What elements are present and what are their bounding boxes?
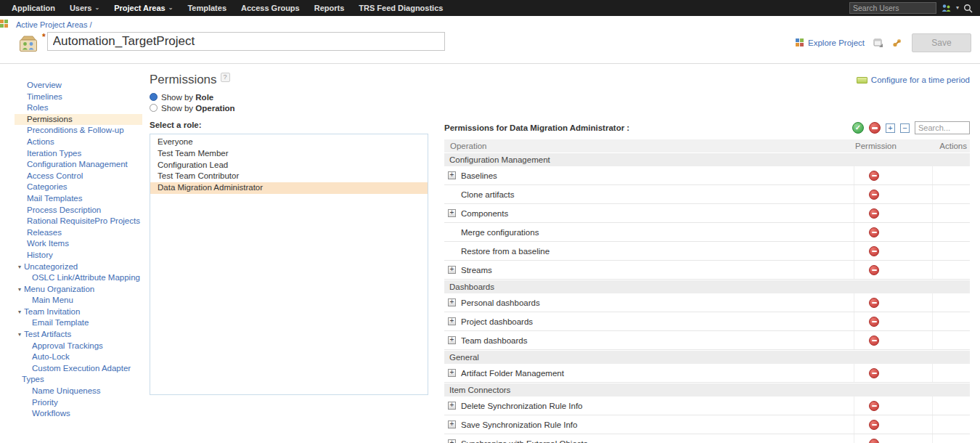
expand-icon[interactable]: + <box>448 317 456 325</box>
radio-show-by-role[interactable]: Show by Role <box>150 92 970 102</box>
sidebar-item-auto-lock[interactable]: Auto-Lock <box>15 351 142 363</box>
expand-icon[interactable]: + <box>448 336 456 344</box>
sidebar-item-rational-requisitepro-projects[interactable]: Rational RequisitePro Projects <box>15 216 142 227</box>
sidebar-item-iteration-types[interactable]: Iteration Types <box>15 148 142 160</box>
save-button[interactable]: Save <box>912 33 971 52</box>
sidebar-section-test-artifacts[interactable]: ▾Test Artifacts <box>15 329 142 341</box>
expand-icon[interactable]: + <box>448 420 456 428</box>
configure-time-period-link[interactable]: Configure for a time period <box>857 73 970 87</box>
breadcrumb-active-project-areas[interactable]: Active Project Areas <box>16 20 87 29</box>
sidebar-item-main-menu[interactable]: Main Menu <box>15 295 142 306</box>
operation-cell: Merge configurations <box>444 228 854 237</box>
sidebar-item-timelines[interactable]: Timelines <box>15 92 142 103</box>
permission-denied-icon[interactable] <box>869 401 879 411</box>
sidebar-section-label: Test Artifacts <box>24 330 71 338</box>
nav-item-templates[interactable]: Templates <box>180 0 234 16</box>
sidebar-item-process-description[interactable]: Process Description <box>15 205 142 216</box>
permission-denied-icon[interactable] <box>869 171 879 181</box>
time-period-icon <box>857 77 867 84</box>
permission-row: +Delete Synchronization Rule Info <box>444 397 970 415</box>
role-item-data-migration-administrator[interactable]: Data Migration Administrator <box>150 182 428 194</box>
role-item-everyone[interactable]: Everyone <box>150 137 428 148</box>
permission-denied-icon[interactable] <box>869 190 879 200</box>
nav-item-access-groups[interactable]: Access Groups <box>234 0 307 16</box>
collapse-all-icon[interactable]: − <box>900 123 910 133</box>
expand-icon[interactable]: + <box>448 209 456 217</box>
actions-cell <box>932 364 970 382</box>
permission-denied-icon[interactable] <box>869 265 879 275</box>
sidebar-item-custom-execution-adapter-types[interactable]: Custom Execution Adapter Types <box>15 363 142 386</box>
expand-icon[interactable]: + <box>448 439 456 443</box>
operation-label: Merge configurations <box>461 228 539 237</box>
role-item-test-team-member[interactable]: Test Team Member <box>150 148 428 160</box>
permission-denied-icon[interactable] <box>869 336 879 346</box>
permission-denied-icon[interactable] <box>869 317 879 327</box>
sidebar-section-label: Menu Organization <box>24 285 94 293</box>
sidebar-item-overview[interactable]: Overview <box>15 80 142 92</box>
open-in-window-icon[interactable] <box>873 38 883 48</box>
permission-denied-icon[interactable] <box>869 439 879 443</box>
sidebar-section-uncategorized[interactable]: ▾Uncategorized <box>15 261 142 273</box>
radio-show-by-operation[interactable]: Show by Operation <box>150 102 970 113</box>
chevron-down-icon[interactable]: ▾ <box>956 4 959 11</box>
expand-icon[interactable]: + <box>448 369 456 377</box>
search-users-input[interactable] <box>849 2 936 14</box>
sidebar-section-menu-organization[interactable]: ▾Menu Organization <box>15 284 142 296</box>
permission-denied-icon[interactable] <box>869 368 879 378</box>
operation-cell: +Artifact Folder Management <box>444 369 854 378</box>
operation-label: Streams <box>461 266 492 275</box>
explore-project-link[interactable]: Explore Project <box>796 38 865 47</box>
sidebar-item-priority[interactable]: Priority <box>15 397 142 409</box>
sidebar-item-categories[interactable]: Categories <box>15 182 142 193</box>
nav-item-trs-feed-diagnostics[interactable]: TRS Feed Diagnostics <box>351 0 450 16</box>
sidebar-item-roles[interactable]: Roles <box>15 102 142 114</box>
sidebar-item-name-uniqueness[interactable]: Name Uniqueness <box>15 386 142 397</box>
role-item-test-team-contributor[interactable]: Test Team Contributor <box>150 171 428 182</box>
permission-denied-icon[interactable] <box>869 420 879 430</box>
sidebar-item-work-items[interactable]: Work Items <box>15 238 142 250</box>
actions-cell <box>932 312 970 330</box>
sidebar-item-preconditions-follow-up-actions[interactable]: Preconditions & Follow-up Actions <box>15 125 142 147</box>
expand-icon[interactable]: + <box>448 171 456 179</box>
sidebar-item-access-control[interactable]: Access Control <box>15 171 142 182</box>
wrench-icon[interactable] <box>892 38 903 48</box>
grant-all-icon[interactable]: ✓ <box>852 122 864 134</box>
permission-cell <box>854 261 932 279</box>
nav-item-reports[interactable]: Reports <box>307 0 352 16</box>
permission-row: +Project dashboards <box>444 312 970 331</box>
sidebar-item-mail-templates[interactable]: Mail Templates <box>15 193 142 205</box>
sidebar-item-approval-trackings[interactable]: Approval Trackings <box>15 341 142 352</box>
user-type-icon[interactable] <box>941 4 952 12</box>
permission-denied-icon[interactable] <box>869 246 879 256</box>
expand-icon[interactable]: + <box>448 298 456 306</box>
role-item-configuration-lead[interactable]: Configuration Lead <box>150 160 428 171</box>
sidebar-item-configuration-management[interactable]: Configuration Management <box>15 159 142 171</box>
nav-item-application[interactable]: Application <box>4 0 62 16</box>
project-name-input[interactable] <box>47 32 445 51</box>
sidebar-item-releases[interactable]: Releases <box>15 227 142 239</box>
search-icon[interactable] <box>963 4 973 13</box>
expand-all-icon[interactable]: + <box>886 123 895 133</box>
operation-label: Team dashboards <box>461 336 527 345</box>
permissions-panel: Permissions for Data Migration Administr… <box>444 121 970 443</box>
permission-denied-icon[interactable] <box>869 227 879 237</box>
permission-denied-icon[interactable] <box>869 298 879 308</box>
sidebar-item-email-template[interactable]: Email Template <box>15 317 142 329</box>
sidebar-item-workflows[interactable]: Workflows <box>15 408 142 420</box>
help-icon[interactable]: ? <box>221 73 230 82</box>
permissions-toolbar: ✓ + − <box>852 121 970 134</box>
sidebar-item-oslc-link-attribute-mapping[interactable]: OSLC Link/Attribute Mapping <box>15 272 142 284</box>
sidebar-item-permissions[interactable]: Permissions <box>15 114 142 126</box>
operation-cell: +Streams <box>444 266 854 275</box>
expand-icon[interactable]: + <box>448 402 456 410</box>
role-column: Select a role: EveryoneTest Team MemberC… <box>150 121 428 443</box>
permission-denied-icon[interactable] <box>869 208 879 219</box>
nav-item-label: Application <box>12 4 55 12</box>
nav-item-users[interactable]: Users⌄ <box>62 0 107 16</box>
nav-item-project-areas[interactable]: Project Areas⌄ <box>107 0 180 16</box>
sidebar-section-team-invitation[interactable]: ▾Team Invitation <box>15 306 142 318</box>
expand-icon[interactable]: + <box>448 266 456 274</box>
deny-all-icon[interactable] <box>869 122 881 134</box>
permissions-search-input[interactable] <box>915 121 970 134</box>
sidebar-item-history[interactable]: History <box>15 250 142 261</box>
